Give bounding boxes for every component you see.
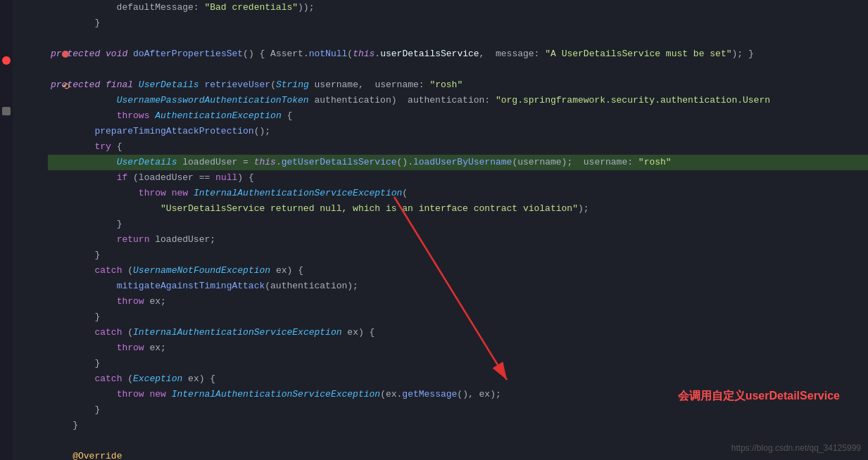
- code-line: return loadedUser;: [48, 232, 868, 248]
- code-line: throw ex;: [48, 340, 868, 356]
- code-line: throws AuthenticationException {: [48, 108, 868, 124]
- debug-dot-2: [2, 107, 11, 115]
- code-line: defaultMessage: "Bad credentials"));: [48, 0, 868, 15]
- code-line: if (loadedUser == null) {: [48, 170, 868, 186]
- code-line: [48, 31, 868, 46]
- code-line: }: [48, 402, 868, 418]
- code-line-highlighted: UserDetails loadedUser = this.getUserDet…: [48, 155, 868, 170]
- code-line: "UserDetailsService returned null, which…: [48, 201, 868, 217]
- code-line: catch (Exception ex) {: [48, 371, 868, 387]
- code-line: }: [48, 356, 868, 371]
- code-line: prepareTimingAttackProtection();: [48, 124, 868, 139]
- code-line: UsernamePasswordAuthenticationToken auth…: [48, 93, 868, 108]
- code-line: }: [48, 418, 868, 433]
- code-line: mitigateAgainstTimingAttack(authenticati…: [48, 279, 868, 294]
- code-line: protected void doAfterPropertiesSet() { …: [48, 46, 868, 62]
- debug-dot-1: [2, 56, 11, 65]
- code-line: [48, 62, 868, 77]
- code-line: }: [48, 15, 868, 31]
- code-line: try {: [48, 139, 868, 155]
- watermark: https://blog.csdn.net/qq_34125999: [731, 443, 861, 453]
- breakpoint-icon: [62, 51, 69, 58]
- code-line: catch (InternalAuthenticationServiceExce…: [48, 325, 868, 340]
- code-editor: defaultMessage: "Bad credentials")); } p…: [0, 0, 868, 460]
- code-line: throw ex;: [48, 294, 868, 309]
- code-line: }: [48, 309, 868, 325]
- code-line: ⟲ protected final UserDetails retrieveUs…: [48, 77, 868, 93]
- left-activity-bar: [0, 0, 13, 460]
- annotation-text: 会调用自定义userDetailService: [678, 389, 840, 404]
- code-line: }: [48, 217, 868, 232]
- code-line: throw new InternalAuthenticationServiceE…: [48, 186, 868, 201]
- code-line: catch (UsernameNotFoundException ex) {: [48, 263, 868, 279]
- code-line: }: [48, 248, 868, 263]
